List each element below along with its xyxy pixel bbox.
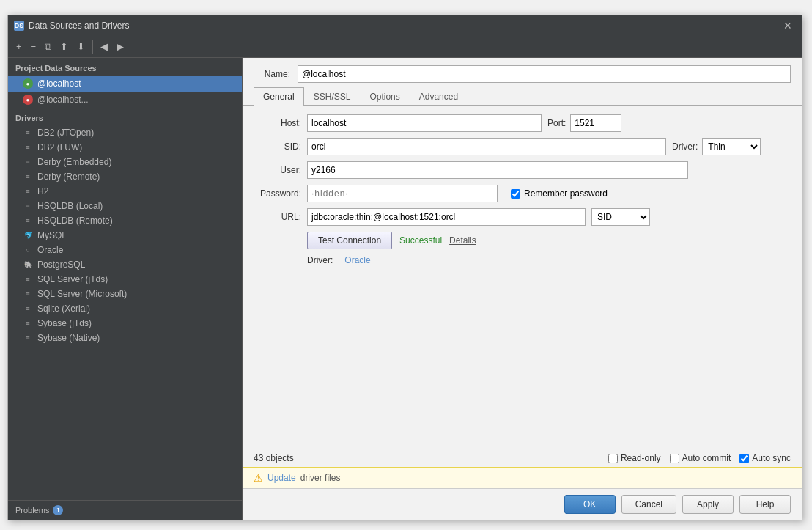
name-input[interactable] <box>298 65 791 83</box>
update-link[interactable]: Update <box>267 473 296 483</box>
password-label: Password: <box>254 188 301 199</box>
driver-label-sybase-native: Sybase (Native) <box>37 333 100 343</box>
main-content: Project Data Sources ● @localhost ● @loc… <box>8 58 802 520</box>
problems-badge: 1 <box>53 505 63 515</box>
title-bar-left: DS Data Sources and Drivers <box>14 21 129 31</box>
cancel-button[interactable]: Cancel <box>621 495 676 514</box>
sid-row: SID: Driver: Thin OCI <box>254 138 791 155</box>
driver-item-sybase-jtds[interactable]: ≡ Sybase (jTds) <box>8 316 242 331</box>
driver-select[interactable]: Thin OCI <box>702 138 761 155</box>
sid-input[interactable] <box>307 138 666 155</box>
url-label: URL: <box>254 212 301 222</box>
driver-icon-sqlite: ≡ <box>23 303 33 314</box>
test-details-link[interactable]: Details <box>449 235 476 246</box>
tab-ssh-ssl[interactable]: SSH/SSL <box>304 87 361 106</box>
test-success-label: Successful <box>399 235 442 246</box>
tab-general[interactable]: General <box>254 87 304 106</box>
back-button[interactable]: ◀ <box>97 39 111 54</box>
problems-label: Problems <box>15 506 49 515</box>
readonly-label[interactable]: Read-only <box>621 453 661 463</box>
objects-count: 43 objects <box>254 453 294 463</box>
db-status-icon-green: ● <box>23 78 33 89</box>
autosync-checkbox[interactable] <box>739 454 749 463</box>
driver-icon-derby-embedded: ≡ <box>23 157 33 167</box>
datasource-item-localhost-2[interactable]: ● @localhost... <box>8 92 242 108</box>
url-type-select[interactable]: SID Service Name TNS <box>591 208 650 226</box>
driver-label-hsqldb-local: HSQLDB (Local) <box>37 201 103 211</box>
tab-advanced[interactable]: Advanced <box>410 87 468 106</box>
name-row: Name: <box>243 58 802 87</box>
host-input[interactable] <box>307 114 542 132</box>
driver-label-sqlite: Sqlite (Xerial) <box>37 303 90 314</box>
driver-label-sqlserver-ms: SQL Server (Microsoft) <box>37 289 127 299</box>
password-input[interactable] <box>307 185 498 202</box>
drivers-section: Drivers ≡ DB2 (JTOpen) ≡ DB2 (LUW) ≡ Der… <box>8 108 242 500</box>
bottom-buttons: OK Cancel Apply Help <box>243 488 802 520</box>
driver-icon-h2: ≡ <box>23 186 33 196</box>
datasource-label-2: @localhost... <box>37 95 89 105</box>
dialog-window: DS Data Sources and Drivers ✕ + − ⧉ ⬆ ⬇ … <box>7 15 802 520</box>
port-input[interactable] <box>570 114 621 132</box>
warning-bar: ⚠ Update driver files <box>243 467 802 488</box>
help-button[interactable]: Help <box>739 495 791 514</box>
driver-icon-oracle: ○ <box>23 245 33 255</box>
driver-icon-hsqldb-remote: ≡ <box>23 216 33 226</box>
sid-label: SID: <box>254 141 301 152</box>
move-up-button[interactable]: ⬆ <box>56 39 72 54</box>
tabs-bar: General SSH/SSL Options Advanced <box>243 87 802 106</box>
readonly-checkbox[interactable] <box>608 454 618 463</box>
driver-item-sqlserver-jtds[interactable]: ≡ SQL Server (jTds) <box>8 272 242 287</box>
autocommit-checkbox[interactable] <box>670 454 679 463</box>
driver-icon-db2-jtopen: ≡ <box>23 128 33 138</box>
status-bar: 43 objects Read-only Auto commit Auto sy… <box>243 449 802 467</box>
move-down-button[interactable]: ⬇ <box>73 39 89 54</box>
remove-button[interactable]: − <box>27 39 40 54</box>
autosync-label[interactable]: Auto sync <box>752 453 791 463</box>
host-label: Host: <box>254 118 301 128</box>
driver-item-derby-embedded[interactable]: ≡ Derby (Embedded) <box>8 155 242 169</box>
warning-text: driver files <box>300 473 341 483</box>
driver-info-row: Driver: Oracle <box>254 255 791 265</box>
driver-item-sqlserver-ms[interactable]: ≡ SQL Server (Microsoft) <box>8 287 242 301</box>
apply-button[interactable]: Apply <box>682 495 734 514</box>
remember-password-checkbox[interactable] <box>511 189 520 199</box>
user-label: User: <box>254 165 301 175</box>
driver-icon-sqlserver-ms: ≡ <box>23 289 33 299</box>
driver-item-derby-remote[interactable]: ≡ Derby (Remote) <box>8 169 242 184</box>
driver-label-hsqldb-remote: HSQLDB (Remote) <box>37 216 113 226</box>
driver-item-hsqldb-local[interactable]: ≡ HSQLDB (Local) <box>8 199 242 213</box>
driver-label-h2: H2 <box>37 186 48 196</box>
driver-label-postgresql: PostgreSQL <box>37 260 85 270</box>
close-button[interactable]: ✕ <box>780 19 796 32</box>
user-input[interactable] <box>307 161 688 179</box>
duplicate-button[interactable]: ⧉ <box>41 39 55 55</box>
drivers-header: Drivers <box>8 108 242 125</box>
autocommit-checkbox-item: Auto commit <box>670 453 731 463</box>
driver-item-db2-luw[interactable]: ≡ DB2 (LUW) <box>8 140 242 155</box>
test-connection-area: Test Connection Successful Details <box>254 232 791 249</box>
add-button[interactable]: + <box>12 39 26 54</box>
driver-item-postgresql[interactable]: 🐘 PostgreSQL <box>8 257 242 272</box>
driver-icon-derby-remote: ≡ <box>23 172 33 182</box>
autocommit-label[interactable]: Auto commit <box>682 453 731 463</box>
forward-button[interactable]: ▶ <box>113 39 128 54</box>
driver-item-db2-jtopen[interactable]: ≡ DB2 (JTOpen) <box>8 125 242 140</box>
driver-icon-hsqldb-local: ≡ <box>23 201 33 211</box>
driver-item-h2[interactable]: ≡ H2 <box>8 184 242 199</box>
driver-link[interactable]: Oracle <box>344 255 370 265</box>
name-label: Name: <box>254 69 290 79</box>
ok-button[interactable]: OK <box>564 495 616 514</box>
driver-label-db2-jtopen: DB2 (JTOpen) <box>37 128 94 138</box>
driver-item-sybase-native[interactable]: ≡ Sybase (Native) <box>8 331 242 345</box>
tab-options[interactable]: Options <box>360 87 409 106</box>
test-connection-button[interactable]: Test Connection <box>307 232 392 249</box>
driver-item-sqlite[interactable]: ≡ Sqlite (Xerial) <box>8 301 242 316</box>
driver-item-oracle[interactable]: ○ Oracle <box>8 243 242 257</box>
warning-icon: ⚠ <box>254 472 263 484</box>
datasource-item-localhost-active[interactable]: ● @localhost <box>8 76 242 92</box>
url-input[interactable] <box>307 208 586 226</box>
remember-password-label[interactable]: Remember password <box>524 188 608 199</box>
driver-item-hsqldb-remote[interactable]: ≡ HSQLDB (Remote) <box>8 213 242 228</box>
driver-label-sqlserver-jtds: SQL Server (jTds) <box>37 274 108 284</box>
driver-item-mysql[interactable]: 🐬 MySQL <box>8 228 242 243</box>
